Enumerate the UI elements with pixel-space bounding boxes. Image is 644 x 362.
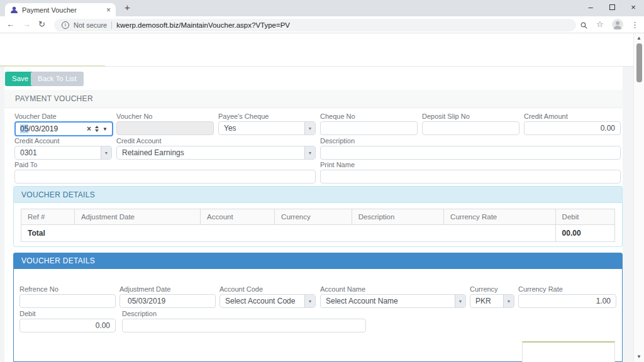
credit-account-code-field: Credit Account 0301 ▼ (14, 137, 112, 160)
profile-avatar[interactable] (612, 19, 623, 33)
cheque-no-input[interactable] (320, 121, 418, 135)
detail-description-label: Description (122, 310, 366, 317)
credit-account-name-select[interactable]: Retained Earnings ▼ (116, 146, 316, 160)
new-tab-button[interactable]: + (125, 2, 130, 13)
paid-to-label: Paid To (14, 161, 316, 168)
window-controls: – × (580, 0, 644, 16)
address-bar[interactable]: i Not secure kwerp.demosoft.biz/Maintain… (54, 19, 576, 31)
deposit-slip-no-input[interactable] (422, 121, 519, 135)
voucher-date-field: Voucher Date 05/03/2019 × ▼ (14, 112, 113, 136)
print-name-field: Print Name (320, 161, 621, 184)
info-icon[interactable]: i (62, 21, 69, 29)
refrence-no-input[interactable] (19, 294, 116, 308)
voucher-no-label: Voucher No (116, 112, 214, 120)
page-scrollbar[interactable]: ▲ ▼ (633, 33, 644, 362)
payees-cheque-select[interactable]: Yes ▼ (218, 121, 316, 135)
voucher-date-label: Voucher Date (14, 112, 113, 120)
debit-input[interactable] (19, 319, 116, 332)
calendar-dropdown-icon[interactable]: ▼ (103, 126, 108, 132)
paid-to-input[interactable] (14, 170, 316, 184)
voucher-details-table-panel: VOUCHER DETAILS Ref # Adjustment Date Ac… (13, 186, 623, 247)
bookmark-star-icon[interactable]: ☆ (596, 19, 604, 29)
site-favicon-icon (10, 6, 18, 14)
url-text: kwerp.demosoft.biz/MaintainVoucher.aspx?… (116, 21, 290, 29)
account-name-label: Account Name (320, 285, 466, 293)
deposit-slip-no-field: Deposit Slip No (422, 112, 519, 135)
table-header-row: Ref # Adjustment Date Account Currency D… (21, 209, 615, 225)
voucher-details-table-header: VOUCHER DETAILS (14, 187, 622, 203)
description-field: Description (320, 137, 621, 160)
total-label: Total (21, 225, 556, 242)
detail-description-field: Description (122, 310, 366, 332)
col-currency: Currency (275, 209, 352, 225)
voucher-no-field: Voucher No (116, 112, 214, 135)
scrollbar-thumb[interactable] (636, 43, 642, 82)
adjustment-date-field: Adjustment Date (119, 285, 216, 308)
dropdown-arrow-icon: ▼ (503, 295, 514, 307)
forward-icon[interactable]: → (23, 19, 31, 29)
col-adjustment-date: Adjustment Date (74, 209, 200, 225)
print-name-input[interactable] (320, 170, 621, 184)
cheque-no-label: Cheque No (320, 112, 418, 120)
reload-icon[interactable]: ↻ (38, 19, 45, 29)
scroll-down-icon[interactable]: ▼ (634, 354, 644, 359)
col-ref: Ref # (21, 209, 75, 225)
debit-label: Debit (19, 310, 116, 317)
clear-icon[interactable]: × (87, 125, 91, 133)
partial-action-box (522, 341, 615, 362)
voucher-date-input[interactable]: 05/03/2019 × ▼ (14, 121, 113, 136)
window-minimize-button[interactable]: – (580, 0, 601, 16)
adjustment-date-label: Adjustment Date (119, 285, 216, 293)
tab-title: Payment Voucher (22, 6, 103, 14)
maximize-icon (609, 4, 615, 10)
refrence-no-field: Refrence No (19, 285, 116, 308)
currency-select[interactable]: PKR ▼ (470, 294, 514, 308)
window-close-button[interactable]: × (623, 0, 644, 16)
payment-voucher-section-header: PAYMENT VOUCHER (4, 90, 623, 108)
menu-dots-icon[interactable]: ⋮ (631, 20, 639, 30)
zoom-icon[interactable] (580, 21, 588, 32)
window-maximize-button[interactable] (601, 0, 623, 16)
description-label: Description (320, 137, 621, 145)
credit-account-code-select[interactable]: 0301 ▼ (14, 146, 112, 160)
credit-amount-input[interactable] (524, 121, 621, 135)
voucher-details-form-header: VOUCHER DETAILS (14, 253, 622, 269)
scroll-up-icon[interactable]: ▲ (634, 35, 644, 41)
account-name-field: Account Name Select Account Name ▼ (320, 285, 466, 308)
browser-window: Payment Voucher × + – × ← → ↻ i Not secu… (0, 0, 644, 362)
browser-toolbar: ← → ↻ i Not secure kwerp.demosoft.biz/Ma… (0, 16, 644, 33)
browser-tab[interactable]: Payment Voucher × (5, 3, 116, 16)
col-account: Account (201, 209, 275, 225)
payees-cheque-field: Payee's Cheque Yes ▼ (218, 112, 316, 135)
account-code-select[interactable]: Select Account Code ▼ (219, 294, 316, 308)
paid-to-field: Paid To (14, 161, 316, 184)
account-name-select[interactable]: Select Account Name ▼ (320, 294, 466, 308)
back-to-list-button[interactable]: Back To List (31, 72, 84, 86)
col-debit: Debit (555, 209, 614, 225)
credit-account-name-field: Credit Account Retained Earnings ▼ (116, 137, 316, 160)
credit-amount-label: Credit Amount (524, 112, 621, 120)
back-icon[interactable]: ← (6, 19, 14, 29)
description-input[interactable] (320, 146, 621, 160)
dropdown-arrow-icon: ▼ (304, 295, 315, 307)
total-debit-value: 00.00 (555, 225, 614, 242)
voucher-no-input (116, 121, 214, 135)
dropdown-arrow-icon: ▼ (304, 122, 315, 134)
detail-description-input[interactable] (122, 319, 366, 332)
currency-rate-input[interactable] (518, 294, 616, 308)
cheque-no-field: Cheque No (320, 112, 418, 135)
spinner-icon[interactable] (95, 126, 99, 132)
app-header: G.L Module(+) Admin - KHI - Head Office … (0, 33, 644, 67)
dropdown-arrow-icon: ▼ (455, 295, 465, 307)
account-code-field: Account Code Select Account Code ▼ (219, 285, 316, 308)
refrence-no-label: Refrence No (19, 285, 116, 293)
deposit-slip-no-label: Deposit Slip No (422, 112, 519, 120)
adjustment-date-input[interactable] (119, 294, 216, 308)
debit-field: Debit (19, 310, 116, 332)
tab-close-icon[interactable]: × (106, 6, 111, 14)
dropdown-arrow-icon: ▼ (304, 146, 315, 159)
date-input-icons: × ▼ (87, 125, 108, 133)
currency-rate-label: Currency Rate (518, 285, 616, 293)
payees-cheque-label: Payee's Cheque (218, 112, 316, 120)
col-description: Description (352, 209, 443, 225)
